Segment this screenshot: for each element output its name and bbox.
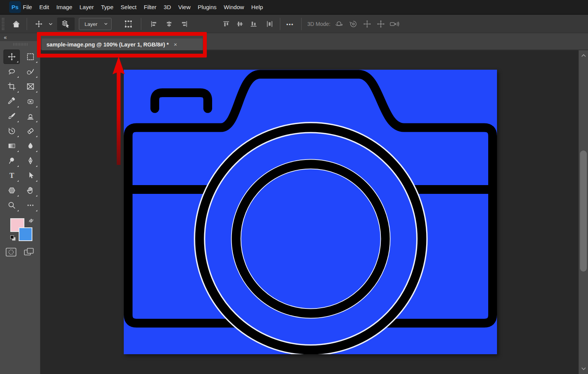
flyout-indicator [17, 76, 19, 78]
flyout-indicator [17, 121, 19, 122]
auto-select-toggle[interactable] [57, 18, 75, 30]
move-tool-options-icon[interactable] [35, 15, 43, 33]
align-left-icon[interactable] [150, 15, 158, 33]
distribute-icon[interactable] [266, 15, 273, 33]
quick-mask-mode-button[interactable] [5, 247, 17, 257]
photoshop-logo: Ps [9, 1, 21, 13]
document-canvas-image[interactable] [124, 70, 497, 354]
tool-lasso[interactable] [3, 64, 20, 79]
flyout-indicator [17, 106, 19, 107]
tool-eraser[interactable] [22, 124, 38, 138]
3d-pan-icon[interactable] [363, 15, 372, 33]
tool-eyedropper[interactable] [3, 94, 20, 109]
align-top-icon[interactable] [222, 15, 230, 33]
show-transform-controls-icon[interactable] [124, 15, 133, 33]
menu-select[interactable]: Select [121, 4, 137, 10]
menu-image[interactable]: Image [56, 4, 72, 10]
scrollbar-thumb[interactable] [580, 150, 587, 272]
menu-window[interactable]: Window [224, 4, 244, 10]
tool-gradient[interactable] [3, 139, 20, 153]
home-button[interactable] [12, 15, 20, 33]
3d-slide-icon[interactable] [376, 15, 385, 33]
flyout-indicator [36, 195, 37, 197]
tool-rectangular-marquee[interactable] [22, 50, 38, 64]
3d-camera-icon[interactable] [389, 15, 399, 33]
default-colors-icon[interactable] [10, 235, 17, 242]
menu-type[interactable]: Type [101, 4, 113, 10]
3d-roll-icon[interactable] [349, 15, 358, 33]
svg-text:T: T [9, 171, 14, 179]
3d-mode-label: 3D Mode: [307, 15, 331, 33]
menu-edit[interactable]: Edit [39, 4, 49, 10]
flyout-indicator [17, 91, 19, 93]
flyout-indicator [17, 210, 19, 211]
tool-object-selection[interactable] [22, 64, 38, 79]
align-bottom-icon[interactable] [250, 15, 257, 33]
menu-layer[interactable]: Layer [80, 4, 94, 10]
align-middle-vertical-icon[interactable] [236, 15, 244, 33]
menu-help[interactable]: Help [251, 4, 263, 10]
flyout-indicator [36, 165, 37, 167]
swap-colors-icon[interactable] [28, 217, 35, 224]
menu-bar: Ps File Edit Image Layer Type Select Fil… [0, 0, 588, 14]
more-options-button[interactable]: ••• [286, 15, 294, 33]
align-right-icon[interactable] [181, 15, 188, 33]
menu-file[interactable]: File [23, 4, 32, 10]
flyout-indicator [17, 61, 18, 62]
tool-type[interactable]: T [3, 168, 20, 183]
separator [280, 18, 280, 30]
more-tools-button[interactable] [22, 198, 38, 213]
tool-frame[interactable] [22, 79, 38, 94]
more-options-icon: ••• [286, 21, 294, 27]
auto-select-target-dropdown[interactable]: Layer [79, 18, 112, 30]
background-color-swatch[interactable] [19, 227, 32, 241]
separator [27, 18, 27, 30]
menu-view[interactable]: View [178, 4, 190, 10]
tool-history-brush[interactable] [3, 124, 20, 138]
flyout-indicator [17, 180, 19, 182]
vertical-scrollbar[interactable] [578, 50, 588, 374]
tool-pen[interactable] [22, 153, 38, 168]
tool-hand[interactable] [22, 183, 38, 198]
tool-brush[interactable] [3, 109, 20, 123]
3d-orbit-icon[interactable] [334, 15, 344, 33]
tool-shape-hexagon[interactable] [3, 183, 20, 198]
options-bar: Layer ••• 3D Mode: [0, 15, 588, 33]
separator [301, 18, 302, 30]
annotation-highlight-rectangle [37, 32, 207, 58]
align-center-horizontal-icon[interactable] [165, 15, 173, 33]
panel-grip[interactable] [13, 43, 28, 46]
flyout-indicator [36, 210, 37, 211]
tool-panel-header: « [0, 33, 40, 41]
flyout-indicator [36, 76, 37, 78]
tool-clone-stamp[interactable] [22, 109, 38, 123]
tool-zoom[interactable] [3, 198, 20, 213]
flyout-indicator [36, 91, 37, 93]
annotation-arrow-up [112, 56, 126, 166]
tool-path-selection[interactable] [22, 168, 38, 183]
menu-items: File Edit Image Layer Type Select Filter… [23, 4, 263, 10]
menu-filter[interactable]: Filter [144, 4, 157, 10]
flyout-indicator [36, 136, 37, 137]
flyout-indicator [36, 121, 37, 122]
flyout-indicator [17, 165, 19, 167]
scroll-down-icon[interactable] [581, 366, 586, 371]
chevron-down-icon[interactable] [48, 15, 53, 33]
flyout-indicator [17, 150, 19, 152]
tool-move[interactable] [3, 50, 20, 64]
screen-mode-button[interactable] [23, 247, 35, 257]
tool-spot-healing-brush[interactable] [22, 94, 38, 109]
collapse-panel-icon[interactable]: « [4, 35, 7, 39]
tool-dodge[interactable] [3, 153, 20, 168]
chevron-down-icon [104, 22, 108, 26]
flyout-indicator [17, 136, 19, 137]
separator [141, 18, 141, 30]
tool-crop[interactable] [3, 79, 20, 94]
flyout-indicator [36, 106, 37, 107]
menu-plugins[interactable]: Plugins [198, 4, 216, 10]
scroll-up-icon[interactable] [581, 53, 586, 58]
tool-blur[interactable] [22, 139, 38, 153]
options-bar-grip[interactable] [2, 18, 4, 30]
menu-3d[interactable]: 3D [164, 4, 171, 10]
flyout-indicator [36, 61, 37, 63]
